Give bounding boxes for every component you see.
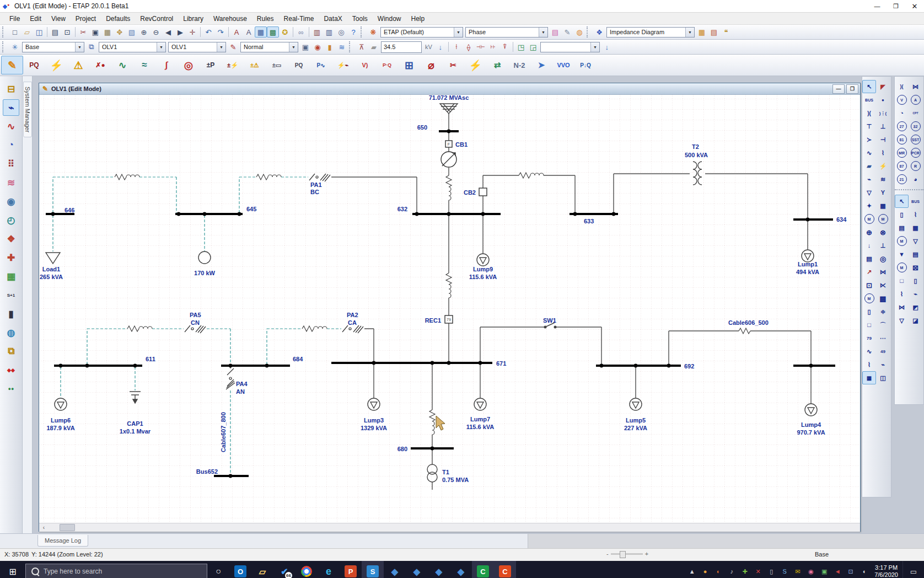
circuit-breaker-icon[interactable]: □	[862, 318, 876, 331]
capacitor-icon[interactable]: ≑	[876, 305, 890, 318]
etrax-icon[interactable]: ➤	[530, 56, 552, 74]
etap-window-2-icon[interactable]: ◆	[406, 561, 428, 578]
dc-charger-icon[interactable]: ◪	[909, 314, 922, 327]
diagram-label[interactable]: 500 kVA	[685, 152, 708, 158]
menu-item-library[interactable]: Library	[178, 14, 208, 24]
presentation-combo[interactable]: OLV1▼	[99, 42, 166, 52]
ups-icon[interactable]: ⊡	[862, 279, 876, 292]
open-project-icon[interactable]: ▱	[21, 26, 33, 38]
harmonic-filter-icon[interactable]: ▤	[862, 252, 876, 265]
cloud-icon[interactable]: ≋	[336, 41, 348, 52]
star-device-evaluation-icon[interactable]: ✗●	[89, 56, 111, 74]
view-combo-2[interactable]: OLV1▼	[168, 42, 226, 52]
message-log-tab[interactable]: Message Log	[37, 535, 88, 547]
induction-motor-icon[interactable]: M	[862, 212, 876, 226]
etap-theme-icon[interactable]: ❋	[367, 26, 379, 38]
reactor-icon[interactable]: ∿	[862, 146, 876, 159]
dc-lumped-load-icon[interactable]: ▼	[895, 248, 909, 261]
relay-27-undervoltage-icon[interactable]: 27	[895, 120, 909, 133]
charger-icon[interactable]: ⋈	[876, 265, 890, 279]
green-book-icon[interactable]: ◳	[515, 41, 527, 52]
diagram-label[interactable]: CB1	[455, 141, 468, 148]
dc-converter-icon[interactable]: ▤	[895, 221, 909, 234]
ground-grid-systems-icon[interactable]: ◴	[3, 212, 19, 228]
switching-sequence-icon[interactable]: ⇄	[486, 56, 508, 74]
diagram-label[interactable]: Load1	[42, 266, 60, 272]
tray-expand-icon[interactable]: ▲	[686, 564, 698, 578]
menu-item-tools[interactable]: Tools	[347, 14, 373, 24]
edge-icon[interactable]: e	[318, 561, 340, 578]
harmonic-analysis-icon[interactable]: ≈	[133, 56, 155, 74]
file-explorer-icon[interactable]: ▱	[251, 561, 273, 578]
dc-static-load-icon[interactable]: ⊠	[909, 261, 922, 274]
composite-motor-icon[interactable]: ▦	[862, 371, 876, 384]
chevron-down-icon[interactable]: ▼	[217, 42, 225, 52]
continuity-check-icon[interactable]: ▩	[267, 26, 279, 38]
lumped-load-icon[interactable]: ↓	[862, 239, 876, 252]
powerpoint-icon[interactable]: P	[340, 561, 362, 578]
one-line-diagram-icon[interactable]: ⌁	[3, 99, 19, 116]
dc-arc-flash-icon[interactable]: ±⚠	[244, 56, 266, 74]
dc-battery-icon[interactable]: ▯	[895, 208, 909, 221]
diagram-label[interactable]: PA2	[347, 312, 358, 318]
view-combo[interactable]: Impedance Diagram▼	[606, 27, 695, 38]
diagram-label[interactable]: 115.6 kVA	[466, 424, 495, 430]
chevron-down-icon[interactable]: ▼	[157, 42, 165, 52]
diagram-label[interactable]: 680	[397, 446, 407, 452]
relay-sst-icon[interactable]: SST	[909, 133, 922, 146]
etap-window-3-icon[interactable]: ◆	[428, 561, 450, 578]
zoom-track[interactable]	[611, 553, 643, 555]
recloser-icon[interactable]: 79	[862, 331, 876, 345]
diagram-label[interactable]: 187.9 kVA	[46, 425, 74, 431]
cut-icon[interactable]: ✂	[77, 26, 89, 38]
report-manager-icon[interactable]: ▤	[708, 26, 720, 38]
volt-var-optimization-icon[interactable]: VVO	[552, 56, 574, 74]
flag-arrows-icon[interactable]: ⊼	[356, 41, 368, 52]
copy-pages-icon[interactable]: ▣	[299, 41, 311, 52]
dc-fuse-icon[interactable]: ▯	[909, 274, 922, 287]
diagram-label[interactable]: REC1	[425, 317, 441, 324]
pv-array-icon[interactable]: ▦	[876, 199, 890, 212]
cortana-icon[interactable]: ○	[207, 561, 229, 578]
potential-transformer-icon[interactable]: ⋈	[909, 80, 922, 93]
overload-heater-icon[interactable]: ∿	[862, 345, 876, 358]
annotation-options-icon[interactable]: A	[243, 26, 255, 38]
kv-input[interactable]: 34.5	[381, 41, 422, 53]
app-c-green-icon[interactable]: C	[472, 561, 494, 578]
diagram-label[interactable]: 227 kVA	[624, 425, 647, 431]
failure-mode-analysis-icon[interactable]: ⌀	[420, 56, 442, 74]
relay-21-distance-icon[interactable]: 21	[895, 173, 909, 186]
dc-motor-icon[interactable]: M	[895, 234, 909, 248]
annotation-icon[interactable]: A	[230, 26, 243, 38]
outlook-icon[interactable]: O	[229, 561, 251, 578]
menu-item-window[interactable]: Window	[373, 14, 406, 24]
menu-item-datax[interactable]: DataX	[319, 14, 347, 24]
scenario-wizard-icon[interactable]: ◆◆	[3, 362, 19, 378]
voltmeter-icon[interactable]: V	[895, 93, 909, 106]
scrollbar-thumb[interactable]	[60, 524, 75, 531]
capacitor-bank-icon[interactable]: ⊥	[876, 239, 890, 252]
line-coupling-icon[interactable]: ≋	[876, 173, 890, 186]
relay-r-icon[interactable]: R	[909, 159, 922, 173]
lock-icon[interactable]: ✪	[279, 26, 291, 38]
star-sequence-viewer-icon[interactable]: ◎	[178, 56, 200, 74]
print-preview-icon[interactable]: ⊡	[61, 26, 73, 38]
menu-item-edit[interactable]: Edit	[25, 14, 46, 24]
diagram-label[interactable]: PA1	[310, 181, 322, 188]
help-icon[interactable]: ?	[347, 26, 359, 38]
underground-raceway-icon[interactable]: ◉	[3, 193, 19, 210]
tray-skype-icon[interactable]: S	[778, 564, 791, 578]
paste-icon[interactable]: ▦	[101, 26, 114, 38]
color-picker-icon[interactable]: ✎	[561, 26, 573, 38]
menu-item-view[interactable]: View	[46, 14, 71, 24]
taskbar-search[interactable]: Type here to search	[25, 564, 207, 578]
transient-stability-icon[interactable]: ⚡	[464, 56, 486, 74]
chevron-down-icon[interactable]: ▼	[289, 42, 298, 52]
chevron-down-icon[interactable]: ▼	[590, 42, 599, 52]
diagram-cube-icon[interactable]: ❖	[593, 26, 605, 38]
fuse-single-icon[interactable]: ⌇	[862, 358, 876, 371]
motor-operated-valve-icon[interactable]: M	[862, 292, 876, 305]
chevron-down-icon[interactable]: ▼	[454, 28, 463, 37]
diagram-label[interactable]: Lump6	[51, 417, 71, 424]
eraser-icon[interactable]: ▰	[368, 41, 380, 52]
